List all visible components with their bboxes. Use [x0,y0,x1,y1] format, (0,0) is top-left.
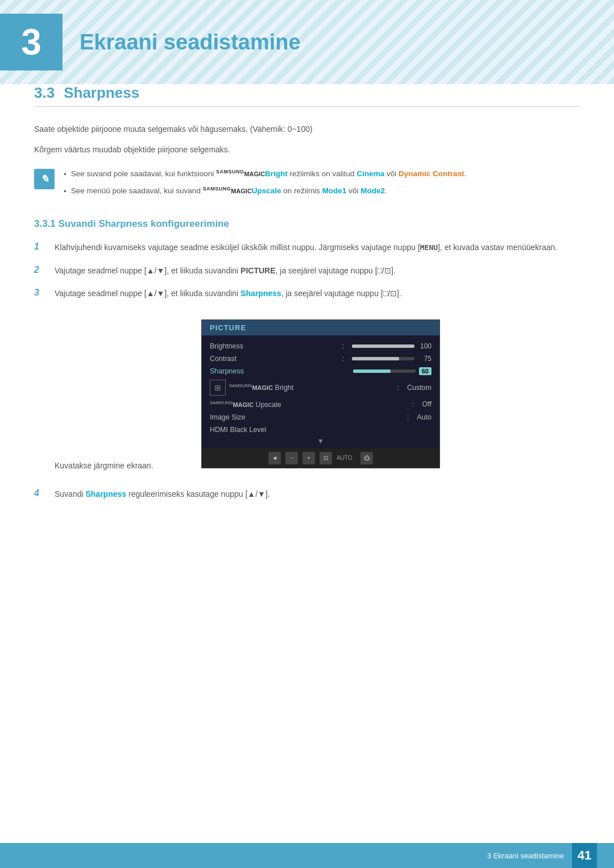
section-title: Sharpness [64,84,139,102]
menu-row-arrow-down: ▼ [202,436,439,446]
row-label-image-size: Image Size [210,413,403,421]
bar-value-contrast: 75 [418,355,432,363]
step-text-3: Vajutage seadmel nuppe [▲/▼], et liikuda… [55,289,401,298]
note-item-1: See suvand pole saadaval, kui funktsioon… [64,168,580,181]
row-label-magic-bright: SAMSUNGMAGIC Bright [229,383,393,392]
step-text-1: Klahvijuhendi kuvamiseks vajutage seadme… [55,241,580,254]
page-footer: 3 Ekraani seadistamine 41 [0,843,614,868]
step-1: 1 Klahvijuhendi kuvamiseks vajutage sead… [34,241,580,254]
section-desc2: Kõrgem väärtus muudab objektide piirjoon… [34,143,580,156]
row-value-image-size: Auto [417,413,432,421]
row-label-sharpness: Sharpness [210,367,341,375]
menu-row-contrast: Contrast : 75 [202,352,439,365]
row-value-magic-upscale: Off [422,400,432,408]
note-box: ✎ See suvand pole saadaval, kui funktsio… [34,168,580,202]
picture-menu: PICTURE Brightness : 100 [201,319,440,468]
note-content: See suvand pole saadaval, kui funktsioon… [64,168,580,202]
bar-track-contrast [352,357,414,360]
picture-menu-container: PICTURE Brightness : 100 [201,319,440,468]
bar-fill-sharpness [353,369,391,373]
menu-icon-monitor: ⊞ [210,380,226,396]
step-sub-text-3: Kuvatakse järgmine ekraan. [55,461,154,470]
menu-row-sharpness: Sharpness 60 [202,365,439,377]
step-text-4: Suvandi Sharpness reguleerimiseks kasuta… [55,488,580,500]
footer-chapter-label: 3 Ekraani seadistamine [487,852,564,860]
menu-row-magic-bright: ⊞ SAMSUNGMAGIC Bright : Custom [202,377,439,398]
subsection-heading: 3.3.1 Suvandi Sharpness konfigureerimine [34,218,580,230]
step-content-3: Vajutage seadmel nuppe [▲/▼], et liikuda… [55,287,440,477]
btn-minus: − [285,452,298,464]
btn-enter: ⊡ [320,452,332,464]
row-label-magic-upscale: SAMSUNGMAGIC Upscale [210,400,408,409]
btn-power: ⏻ [360,452,373,464]
step-number-2: 2 [34,265,45,275]
btn-auto-label: AUTO [337,455,352,461]
step-4: 4 Suvandi Sharpness reguleerimiseks kasu… [34,488,580,500]
chapter-title: Ekraani seadistamine [80,30,301,55]
row-label-contrast: Contrast [210,355,338,363]
bar-fill-contrast [352,357,399,360]
bar-track-sharpness [353,369,416,373]
step-2: 2 Vajutage seadmel nuppe [▲/▼], et liiku… [34,264,580,277]
row-label-brightness: Brightness [210,342,338,350]
bar-track-brightness [352,344,414,348]
footer-page-number: 41 [572,843,597,868]
step-number-3: 3 [34,288,45,298]
bar-fill-brightness [352,344,414,348]
bar-value-sharpness: 60 [419,367,432,375]
note-icon: ✎ [34,169,55,189]
picture-menu-title: PICTURE [202,320,439,335]
menu-row-magic-upscale: SAMSUNGMAGIC Upscale : Off [202,398,439,411]
steps-list: 1 Klahvijuhendi kuvamiseks vajutage sead… [34,241,580,500]
bar-value-brightness: 100 [418,342,432,350]
section-number: 3.3 [34,84,55,102]
chapter-number-badge: 3 [0,14,63,70]
menu-row-image-size: Image Size : Auto [202,411,439,423]
step-text-2: Vajutage seadmel nuppe [▲/▼], et liikuda… [55,264,580,277]
step-3: 3 Vajutage seadmel nuppe [▲/▼], et liiku… [34,287,580,477]
chapter-header: 3 Ekraani seadistamine [0,0,614,84]
section-desc1: Saate objektide piirjoone muuta selgemak… [34,123,580,135]
row-value-magic-bright: Custom [407,384,432,392]
btn-plus: + [302,452,315,464]
menu-rows: Brightness : 100 [202,335,439,448]
step-number-1: 1 [34,242,45,252]
row-label-hdmi: HDMI Black Level [210,426,432,434]
main-content: 3.3 Sharpness Saate objektide piirjoone … [0,84,614,556]
step-number-4: 4 [34,488,45,499]
menu-bottom-bar: ◄ − + ⊡ AUTO ⏻ [202,448,439,468]
btn-left: ◄ [268,452,281,464]
section-heading: 3.3 Sharpness [34,84,580,107]
note-item-2: See menüü pole saadaval, kui suvand SAMS… [64,185,580,198]
chapter-number: 3 [21,21,42,63]
menu-row-brightness: Brightness : 100 [202,340,439,352]
menu-row-hdmi: HDMI Black Level [202,423,439,436]
